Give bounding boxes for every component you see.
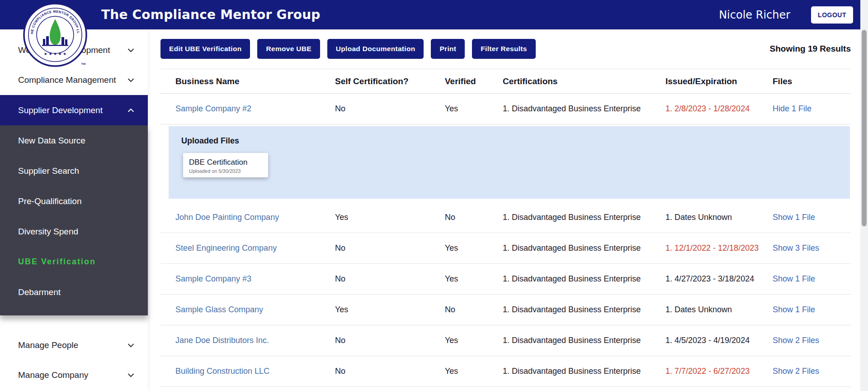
remove-ube-button[interactable]: Remove UBE bbox=[257, 39, 320, 59]
sidebar-item-debarment[interactable]: Debarment bbox=[0, 277, 148, 307]
self-certification-cell: No bbox=[320, 274, 430, 284]
sidebar-item-label: Supplier Development bbox=[18, 105, 103, 115]
column-header-verified: Verified bbox=[430, 76, 488, 86]
results-table: Business Name Self Certification? Verifi… bbox=[160, 69, 851, 387]
sidebar-item-new-data-source[interactable]: New Data Source bbox=[0, 125, 148, 156]
files-toggle-link[interactable]: Show 2 Files bbox=[773, 367, 819, 376]
sidebar-item-label: Pre-Qualification bbox=[18, 196, 81, 206]
main-content: Edit UBE Verification Remove UBE Upload … bbox=[148, 29, 868, 391]
issued-expiration-cell: 1. 2/8/2023 - 1/28/2024 bbox=[651, 104, 758, 114]
sidebar-item-ube-verification[interactable]: UBE Verification bbox=[0, 247, 148, 277]
sidebar-item-supplier-search[interactable]: Supplier Search bbox=[0, 156, 148, 186]
issued-expiration-cell: 1. 4/27/2023 - 3/18/2024 bbox=[651, 274, 758, 284]
issued-expiration-cell: 1. 4/5/2023 - 4/19/2024 bbox=[651, 336, 758, 345]
issued-expiration-cell: 1. 7/7/2022 - 6/27/2023 bbox=[651, 367, 758, 376]
business-name-link[interactable]: John Doe Painting Company bbox=[175, 213, 279, 222]
self-certification-cell: No bbox=[320, 336, 430, 345]
certifications-cell: 1. Disadvantaged Business Enterprise bbox=[488, 104, 651, 114]
chevron-down-icon bbox=[127, 373, 134, 377]
edit-ube-verification-button[interactable]: Edit UBE Verification bbox=[160, 39, 250, 59]
table-row: Jane Doe Distributors Inc. No Yes 1. Dis… bbox=[160, 325, 851, 356]
files-toggle-link[interactable]: Show 1 File bbox=[773, 305, 815, 314]
certifications-cell: 1. Disadvantaged Business Enterprise bbox=[488, 274, 651, 284]
chevron-down-icon bbox=[127, 343, 134, 348]
table-row: Steel Engineering Company No Yes 1. Disa… bbox=[160, 233, 851, 264]
verified-cell: Yes bbox=[430, 367, 488, 376]
table-header-row: Business Name Self Certification? Verifi… bbox=[160, 69, 851, 94]
user-name: Nicole Richer bbox=[719, 9, 790, 21]
certifications-cell: 1. Disadvantaged Business Enterprise bbox=[488, 213, 651, 222]
sidebar-item-label: UBE Verification bbox=[18, 257, 96, 267]
table-row: Sample Company #2 No Yes 1. Disadvantage… bbox=[160, 94, 851, 124]
file-upload-date: Uploaded on 5/30/2023 bbox=[189, 168, 262, 174]
uploaded-files-title: Uploaded Files bbox=[181, 136, 850, 146]
sidebar-item-diversity-spend[interactable]: Diversity Spend bbox=[0, 216, 148, 247]
upload-documentation-button[interactable]: Upload Documentation bbox=[327, 39, 424, 59]
business-name-link[interactable]: Jane Doe Distributors Inc. bbox=[175, 336, 269, 345]
self-certification-cell: No bbox=[320, 243, 430, 253]
results-count: Showing 19 Results bbox=[770, 44, 851, 54]
files-toggle-link[interactable]: Show 1 File bbox=[773, 213, 815, 222]
files-toggle-link[interactable]: Show 1 File bbox=[773, 274, 815, 283]
self-certification-cell: No bbox=[320, 104, 430, 114]
sidebar-item-label: Debarment bbox=[18, 287, 61, 297]
trademark-symbol: ™ bbox=[81, 62, 86, 67]
chevron-up-icon bbox=[127, 108, 134, 112]
table-row: Sample Company #3 No Yes 1. Disadvantage… bbox=[160, 264, 851, 295]
files-toggle-link[interactable]: Show 3 Files bbox=[773, 243, 819, 253]
print-button[interactable]: Print bbox=[431, 39, 465, 59]
verified-cell: Yes bbox=[430, 274, 488, 284]
company-logo: THE COMPLIANCE MENTOR GROUP LLC ★ ★ ★ ★ … bbox=[23, 3, 91, 71]
verified-cell: Yes bbox=[430, 336, 488, 345]
page: The Compliance Mentor Group Nicole Riche… bbox=[0, 0, 868, 391]
business-name-link[interactable]: Sample Glass Company bbox=[175, 305, 263, 314]
issued-expiration-cell: 1. 12/1/2022 - 12/18/2023 bbox=[651, 243, 758, 253]
uploaded-files-panel: Uploaded Files DBE Certification Uploade… bbox=[169, 126, 850, 199]
filter-results-button[interactable]: Filter Results bbox=[472, 39, 535, 59]
table-row: Sample Glass Company Yes No 1. Disadvant… bbox=[160, 295, 851, 325]
issued-expiration-cell: 1. Dates Unknown bbox=[651, 213, 758, 222]
sidebar-item-pre-qualification[interactable]: Pre-Qualification bbox=[0, 186, 148, 216]
sidebar-spacer bbox=[0, 315, 148, 330]
uploaded-file-card[interactable]: DBE Certification Uploaded on 5/30/2023 bbox=[183, 153, 268, 177]
business-name-link[interactable]: Sample Company #3 bbox=[175, 274, 251, 283]
certifications-cell: 1. Disadvantaged Business Enterprise bbox=[488, 243, 651, 253]
certifications-cell: 1. Disadvantaged Business Enterprise bbox=[488, 336, 651, 345]
chevron-down-icon bbox=[127, 48, 134, 52]
issued-expiration-cell: 1. Dates Unknown bbox=[651, 305, 758, 315]
table-row: John Doe Painting Company Yes No 1. Disa… bbox=[160, 202, 851, 233]
toolbar: Edit UBE Verification Remove UBE Upload … bbox=[160, 39, 851, 59]
sidebar-item-label: Compliance Management bbox=[18, 75, 116, 85]
sidebar-item-manage-people[interactable]: Manage People bbox=[0, 330, 148, 360]
column-header-issued-expiration: Issued/Expiration bbox=[651, 76, 758, 86]
sidebar-item-label: Supplier Search bbox=[18, 166, 79, 176]
certifications-cell: 1. Disadvantaged Business Enterprise bbox=[488, 367, 651, 376]
sidebar-item-supplier-development[interactable]: Supplier Development bbox=[0, 95, 148, 125]
app-header: The Compliance Mentor Group Nicole Riche… bbox=[0, 0, 868, 29]
file-name: DBE Certification bbox=[189, 158, 262, 167]
column-header-certifications: Certifications bbox=[488, 76, 651, 86]
sidebar-item-label: Diversity Spend bbox=[18, 227, 78, 237]
verified-cell: Yes bbox=[430, 243, 488, 253]
logout-button[interactable]: LOGOUT bbox=[811, 6, 853, 24]
sidebar-item-manage-company[interactable]: Manage Company bbox=[0, 360, 148, 390]
column-header-business-name: Business Name bbox=[160, 76, 320, 86]
verified-cell: No bbox=[430, 305, 488, 315]
verified-cell: No bbox=[430, 213, 488, 222]
sidebar: Workforce Development Compliance Managem… bbox=[0, 29, 148, 391]
files-toggle-link[interactable]: Show 2 Files bbox=[773, 336, 819, 345]
business-name-link[interactable]: Building Construction LLC bbox=[175, 367, 269, 376]
certifications-cell: 1. Disadvantaged Business Enterprise bbox=[488, 305, 651, 315]
self-certification-cell: Yes bbox=[320, 305, 430, 315]
column-header-self-certification: Self Certification? bbox=[320, 76, 430, 86]
vertical-scrollbar[interactable] bbox=[860, 0, 868, 391]
self-certification-cell: Yes bbox=[320, 213, 430, 222]
scrollbar-thumb[interactable] bbox=[862, 30, 867, 226]
business-name-link[interactable]: Sample Company #2 bbox=[175, 104, 251, 113]
business-name-link[interactable]: Steel Engineering Company bbox=[175, 243, 277, 253]
chevron-down-icon bbox=[127, 78, 134, 82]
files-toggle-link[interactable]: Hide 1 File bbox=[773, 104, 811, 113]
verified-cell: Yes bbox=[430, 104, 488, 114]
sidebar-item-label: New Data Source bbox=[18, 136, 85, 146]
logo-stars: ★ ★ ★ ★ ★ bbox=[44, 52, 66, 56]
